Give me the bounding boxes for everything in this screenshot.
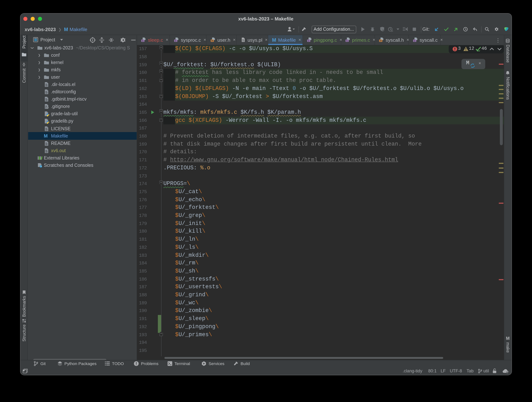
svg-text:C: C — [308, 39, 310, 42]
svg-text:C: C — [346, 39, 348, 42]
svg-text:C: C — [414, 39, 415, 42]
svg-text:H: H — [211, 39, 213, 42]
svg-text:C: C — [142, 39, 144, 42]
svg-text:C: C — [175, 39, 177, 42]
svg-text:H: H — [380, 39, 381, 42]
